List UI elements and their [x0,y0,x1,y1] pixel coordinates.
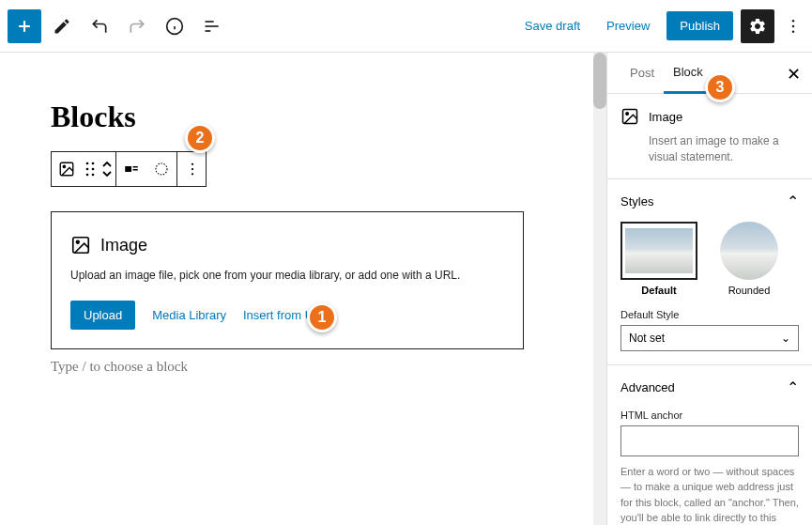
settings-button[interactable] [741,9,774,43]
svg-point-15 [86,168,89,171]
svg-point-24 [192,168,193,170]
anchor-input[interactable] [620,425,799,456]
block-type-icon[interactable] [52,152,82,186]
default-style-label: Default Style [620,309,799,320]
crop-button[interactable] [146,152,176,186]
svg-point-8 [792,19,795,22]
image-block-placeholder[interactable]: Image Upload an image file, pick one fro… [51,211,524,349]
settings-sidebar: Post Block ✕ Image Insert an image to ma… [606,53,812,525]
scrollbar[interactable] [593,53,606,525]
toolbar-left [8,9,229,43]
tab-post[interactable]: Post [620,53,664,93]
outline-button[interactable] [195,9,229,43]
style-default[interactable]: Default [620,222,697,296]
block-more-button[interactable] [177,152,207,186]
callout-3: 3 [705,72,735,102]
edit-mode-button[interactable] [45,9,79,43]
styles-title: Styles [620,194,653,208]
drag-handle[interactable] [82,152,99,186]
svg-point-27 [76,240,79,243]
svg-point-14 [92,162,95,165]
svg-point-12 [63,165,65,167]
style-default-label: Default [620,285,697,296]
editor-canvas: Blocks [0,53,606,525]
styles-header[interactable]: Styles ⌃ [620,193,799,210]
image-block-heading: Image [100,236,147,255]
callout-1: 1 [307,302,337,332]
style-rounded-label: Rounded [711,285,788,296]
svg-point-29 [626,113,629,116]
chevron-up-icon: ⌃ [787,193,799,210]
preview-button[interactable]: Preview [597,19,659,33]
default-style-select[interactable]: Not set ⌄ [620,325,799,351]
save-draft-button[interactable]: Save draft [515,19,590,33]
svg-rect-21 [133,169,138,171]
svg-point-22 [156,163,167,175]
block-info-panel: Image Insert an image to make a visual s… [607,94,812,179]
default-style-value: Not set [629,332,665,345]
block-appender[interactable]: Type / to choose a block [51,359,556,375]
chevron-up-icon: ⌃ [787,378,799,396]
close-icon[interactable]: ✕ [787,64,801,85]
svg-point-16 [92,168,95,171]
svg-point-18 [92,174,95,177]
anchor-label: HTML anchor [620,409,799,421]
chevron-down-icon: ⌄ [781,332,790,345]
info-button[interactable] [158,9,192,43]
advanced-title: Advanced [620,380,675,394]
svg-point-25 [192,173,193,175]
svg-point-13 [86,162,89,165]
move-updown[interactable] [99,152,115,186]
block-info-title: Image [649,110,682,124]
more-button[interactable] [782,9,804,43]
svg-rect-20 [133,166,138,168]
block-info-desc: Insert an image to make a visual stateme… [649,133,799,165]
redo-button[interactable] [120,9,154,43]
anchor-help: Enter a word or two — without spaces — t… [620,464,799,525]
page-title[interactable]: Blocks [51,100,556,134]
image-block-desc: Upload an image file, pick one from your… [70,269,504,282]
add-block-button[interactable] [8,9,41,43]
media-library-link[interactable]: Media Library [152,308,226,322]
styles-panel: Styles ⌃ Default Rounded Default Style N… [607,179,812,365]
svg-point-23 [192,163,193,165]
align-button[interactable] [116,152,146,186]
svg-point-10 [792,30,795,33]
svg-point-9 [792,24,795,27]
publish-button[interactable]: Publish [666,11,733,40]
undo-button[interactable] [83,9,116,43]
style-rounded[interactable]: Rounded [711,222,788,296]
image-icon [70,235,91,255]
advanced-panel: Advanced ⌃ HTML anchor Enter a word or t… [607,365,812,525]
svg-point-17 [86,174,89,177]
svg-rect-19 [125,166,131,172]
toolbar-right: Save draft Preview Publish [515,9,804,43]
advanced-header[interactable]: Advanced ⌃ [620,378,799,396]
callout-2: 2 [185,123,215,153]
block-toolbar [51,151,207,187]
upload-button[interactable]: Upload [70,301,135,330]
image-icon [620,107,639,126]
top-toolbar: Save draft Preview Publish [0,0,812,53]
